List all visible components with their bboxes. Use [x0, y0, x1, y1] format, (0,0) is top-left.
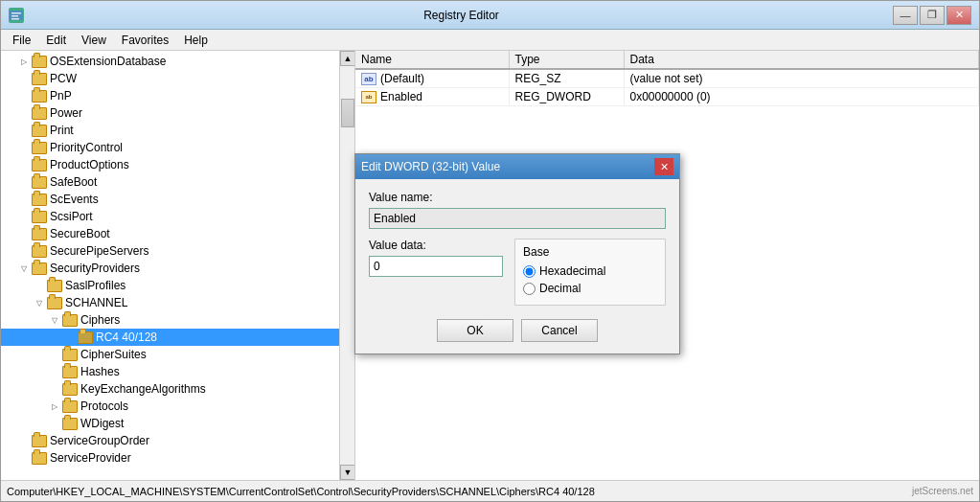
reg-icon: ab [361, 91, 376, 103]
expand-icon [16, 140, 32, 155]
tree-item-SecurePipeServers[interactable]: SecurePipeServers [1, 242, 354, 260]
folder-icon [32, 56, 47, 68]
tree-label: Protocols [80, 399, 128, 413]
menu-help[interactable]: Help [176, 32, 216, 49]
tree-label: Ciphers [80, 313, 120, 327]
table-row[interactable]: ab (Default) REG_SZ (value not set) [355, 69, 979, 88]
tree-item-Print[interactable]: Print [1, 122, 354, 139]
tree-item-CipherSuites[interactable]: CipherSuites [1, 346, 354, 363]
registry-entries-table: Name Type Data ab (Default) [355, 51, 979, 106]
decimal-label: Decimal [539, 282, 581, 295]
restore-button[interactable]: ❐ [920, 6, 945, 25]
entry-name: Enabled [380, 90, 422, 103]
expand-icon [16, 157, 32, 172]
scrollbar-thumb[interactable] [341, 99, 354, 127]
folder-icon [62, 349, 78, 361]
name-cell: ab Enabled [355, 88, 509, 106]
dialog-title-bar: Edit DWORD (32-bit) Value ✕ [355, 154, 679, 179]
expand-icon [16, 71, 32, 86]
ab-icon: ab [361, 73, 376, 85]
menu-edit[interactable]: Edit [38, 32, 74, 49]
tree-item-Hashes[interactable]: Hashes [1, 363, 354, 380]
tree-item-SecureBoot[interactable]: SecureBoot [1, 225, 354, 242]
tree-label: SecurityProviders [50, 262, 140, 275]
type-cell: REG_DWORD [509, 88, 624, 106]
folder-icon [47, 280, 62, 292]
tree-item-SafeBoot[interactable]: SafeBoot [1, 173, 354, 191]
tree-item-RC4-40-128[interactable]: RC4 40/128 [1, 329, 354, 346]
expand-icon [16, 209, 32, 224]
tree-label: Power [50, 106, 82, 120]
tree-item-PnP[interactable]: PnP [1, 87, 354, 104]
expand-icon [16, 226, 32, 241]
tree-label: ProductOptions [50, 158, 129, 171]
folder-icon [62, 314, 78, 327]
folder-icon [32, 262, 47, 275]
tree-item-Ciphers[interactable]: ▽ Ciphers [1, 311, 354, 329]
decimal-radio[interactable] [523, 283, 536, 295]
folder-icon [32, 73, 47, 85]
folder-icon [62, 366, 78, 378]
expand-icon [62, 330, 78, 345]
tree-item-SCHANNEL[interactable]: ▽ SCHANNEL [1, 294, 354, 311]
expand-icon [16, 433, 32, 448]
menu-view[interactable]: View [74, 32, 114, 49]
value-data-row: Value data: Base Hexadecimal Decimal [369, 239, 666, 306]
decimal-option[interactable]: Decimal [523, 282, 657, 295]
dialog-close-button[interactable]: ✕ [654, 158, 673, 175]
folder-icon [78, 331, 93, 344]
base-label: Base [523, 245, 657, 259]
minimize-button[interactable]: — [893, 6, 918, 25]
tree-item-ServiceGroupOrder[interactable]: ServiceGroupOrder [1, 432, 354, 449]
expand-icon [16, 243, 32, 259]
regedit-icon [9, 8, 24, 23]
folder-icon [32, 211, 47, 223]
tree-item-OSExtensionDatabase[interactable]: ▷ OSExtensionDatabase [1, 53, 354, 70]
tree-item-ServiceProvider[interactable]: ServiceProvider [1, 449, 354, 467]
menu-bar: File Edit View Favorites Help [1, 30, 979, 51]
folder-icon [32, 90, 47, 103]
tree-item-Power[interactable]: Power [1, 104, 354, 122]
scrollbar-down[interactable]: ▼ [340, 465, 355, 480]
menu-file[interactable]: File [5, 32, 38, 49]
tree-container[interactable]: ▷ OSExtensionDatabase PCW PnP [1, 51, 354, 480]
tree-item-SecurityProviders[interactable]: ▽ SecurityProviders [1, 260, 354, 277]
name-cell: ab (Default) [355, 69, 509, 88]
value-name-input[interactable] [369, 208, 666, 229]
tree-item-WDigest[interactable]: WDigest [1, 415, 354, 432]
expand-icon [16, 192, 32, 207]
tree-item-ProductOptions[interactable]: ProductOptions [1, 156, 354, 173]
tree-item-PriorityControl[interactable]: PriorityControl [1, 139, 354, 156]
dialog-title: Edit DWORD (32-bit) Value [361, 160, 654, 173]
menu-favorites[interactable]: Favorites [114, 32, 176, 49]
hexadecimal-radio[interactable] [523, 265, 536, 278]
ok-button[interactable]: OK [437, 319, 513, 342]
tree-label: CipherSuites [80, 348, 147, 361]
table-row[interactable]: ab Enabled REG_DWORD 0x00000000 (0) [355, 88, 979, 106]
tree-label: PCW [50, 72, 77, 85]
tree-item-Protocols[interactable]: ▷ Protocols [1, 398, 354, 415]
tree-item-SaslProfiles[interactable]: SaslProfiles [1, 277, 354, 294]
scrollbar-up[interactable]: ▲ [340, 51, 355, 66]
close-button[interactable]: ✕ [946, 6, 971, 25]
folder-icon [32, 159, 47, 171]
expand-icon: ▷ [16, 54, 32, 69]
expand-icon [16, 105, 32, 121]
folder-icon [62, 383, 78, 396]
tree-item-ScEvents[interactable]: ScEvents [1, 191, 354, 208]
tree-item-ScsiPort[interactable]: ScsiPort [1, 208, 354, 225]
expand-icon [16, 450, 32, 466]
col-type-header: Type [509, 51, 624, 69]
expand-icon [47, 416, 62, 431]
tree-item-KeyExchangeAlgorithms[interactable]: KeyExchangeAlgorithms [1, 380, 354, 398]
cancel-button[interactable]: Cancel [521, 319, 598, 342]
tree-item-PCW[interactable]: PCW [1, 70, 354, 87]
value-data-input[interactable] [369, 256, 503, 277]
tree-label: ScEvents [50, 193, 99, 206]
dialog-buttons: OK Cancel [369, 319, 666, 342]
tree-label: SaslProfiles [65, 279, 125, 292]
tree-scrollbar[interactable]: ▲ ▼ [339, 51, 354, 480]
tree-label: KeyExchangeAlgorithms [80, 382, 206, 396]
hexadecimal-option[interactable]: Hexadecimal [523, 264, 657, 278]
entry-name: (Default) [380, 72, 424, 85]
